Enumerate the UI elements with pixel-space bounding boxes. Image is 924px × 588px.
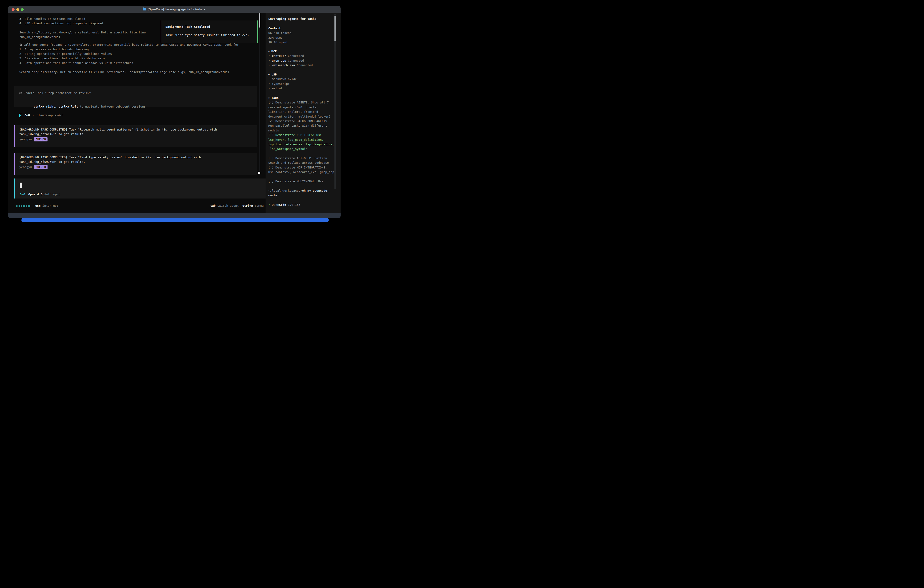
todo-line: lsp_find_references, lsp_diagnostics, — [268, 142, 335, 147]
main-scrollbar-thumb[interactable] — [259, 13, 260, 28]
todo-line: lsp_workspace_symbols — [268, 147, 335, 151]
spinner-dot-icon — [28, 205, 29, 207]
queued-badge: QUEUED — [34, 137, 48, 141]
notification-body: Task "Find type safety issues" finished … — [165, 33, 257, 37]
lsp-item-name: eslint — [272, 87, 283, 90]
oracle-keys: ctrl+x right, ctrl+x left — [34, 105, 78, 108]
sidebar-panel: Leveraging agents for tasks Context 66,5… — [266, 13, 341, 213]
notification-title: Background Task Completed — [165, 25, 257, 29]
app-version: 1.0.163 — [288, 203, 300, 206]
scrollback-line: 3. File handles or streams not closed — [19, 17, 146, 21]
status-dot-icon: • — [268, 203, 270, 206]
esc-key: esc — [35, 204, 40, 207]
background-task-message: [BACKGROUND TASK COMPLETED] Task "Find t… — [14, 153, 257, 175]
sidebar-workspace: ~/local-workspaces/oh-my-opencode: maste… — [268, 188, 335, 198]
todo-line: [ ] Demonstrate MULTIMODAL: Use — [268, 179, 335, 184]
lsp-item-name: typescript — [272, 82, 290, 86]
spinner-dot-icon — [19, 205, 20, 207]
todo-line: lsp_hover, lsp_goto_definition, — [268, 137, 335, 142]
scrollback-line: Search src/tools/, src/hooks/, src/featu… — [19, 30, 146, 35]
message-author-row: yeongyuQUEUED — [19, 165, 257, 169]
message-line: task_id="bg_dcfac161" to get results. — [19, 132, 257, 136]
mcp-heading: MCP — [271, 50, 277, 53]
context-spent: $0.46 spent — [268, 40, 335, 45]
todo-line: search and replace across codebase — [268, 160, 335, 165]
zoom-button[interactable] — [21, 8, 24, 11]
triangle-down-icon: ▼ — [268, 73, 270, 76]
window-title-text: [OpenCode] Leveraging agents for tasks — [148, 8, 203, 11]
lsp-item-name: markdown-oxide — [272, 77, 297, 81]
sidebar-version: • OpenCode 1.0.163 — [268, 203, 335, 207]
background-task-notification: Background Task Completed Task "Find typ… — [161, 20, 257, 43]
message-author: yeongyu — [19, 137, 32, 142]
tool-call-line: 4. Path operations that don't handle Win… — [19, 61, 239, 65]
bullet-icon: • — [268, 87, 270, 90]
spinner-dot-icon — [24, 205, 25, 207]
mcp-item-status: Connected — [288, 59, 304, 62]
half-circle-icon: ◐ — [204, 8, 206, 11]
tool-call-lines: 1. Array access without bounds checking2… — [19, 47, 239, 74]
oracle-target-icon — [19, 92, 22, 94]
composer-provider: Anthropic — [45, 192, 60, 197]
oracle-task-box: Oracle Task "Deep architecture review" c… — [14, 86, 257, 107]
todo-line: models — [268, 128, 335, 133]
prompt-input[interactable]: OmO Opus 4.5 Anthropic — [14, 178, 269, 198]
ctrlp-key: ctrl+p — [243, 203, 253, 208]
tool-call-line: Search src/ directory. Return specific f… — [19, 70, 239, 74]
mcp-item: • grep_app Connected — [268, 58, 335, 63]
composer-agent: OmO — [20, 192, 25, 197]
dock-indicator[interactable] — [21, 218, 329, 222]
message-line: [BACKGROUND TASK COMPLETED] Task "Find t… — [19, 155, 257, 160]
traffic-lights — [12, 6, 24, 13]
mcp-item-status: Connected — [288, 54, 304, 58]
spinner-dot-icon — [29, 205, 30, 207]
scrollback-line: 4. LSP client connections not properly d… — [19, 21, 146, 26]
spinner-dots — [16, 205, 30, 207]
context-used: 33% used — [268, 35, 335, 40]
agent-square-icon — [19, 114, 22, 117]
spacer — [239, 203, 243, 208]
sidebar-scrollbar-thumb[interactable] — [335, 16, 336, 41]
background-task-message: [BACKGROUND TASK COMPLETED] Task "Resear… — [14, 125, 257, 147]
window-bottom-edge — [8, 213, 341, 218]
composer-model-row: OmO Opus 4.5 Anthropic — [20, 192, 61, 197]
spinner-dot-icon — [21, 205, 22, 207]
mcp-item-status: Connected — [297, 63, 313, 67]
sidebar-todo-section: ▼ Todo [✓] Demonstrate AGENTS: Show all … — [268, 96, 335, 184]
todo-line: Run parallel tasks with different — [268, 124, 335, 128]
folder-icon — [143, 8, 146, 10]
scrollback-line: run_in_background=true] — [19, 35, 146, 39]
scroll-bottom-indicator[interactable] — [258, 172, 260, 174]
terminal-window: [OpenCode] Leveraging agents for tasks ◐… — [8, 6, 341, 218]
spinner-dot-icon — [16, 205, 17, 207]
spinner-dot-icon — [26, 205, 27, 207]
message-line: [BACKGROUND TASK COMPLETED] Task "Resear… — [19, 127, 257, 132]
scrollback-text: 3. File handles or streams not closed4. … — [19, 17, 146, 39]
title-bar[interactable]: [OpenCode] Leveraging agents for tasks ◐ — [8, 6, 341, 13]
app-name-bold: Code — [279, 203, 286, 206]
todo-section-header[interactable]: ▼ Todo — [268, 96, 335, 100]
tool-call-line: 1. Array access without bounds checking — [19, 47, 239, 51]
main-scrollbar-track[interactable] — [259, 13, 260, 175]
lsp-section-header[interactable]: ▼ LSP — [268, 72, 335, 77]
workspace-branch: master — [268, 193, 335, 198]
context-tokens: 66,518 tokens — [268, 31, 335, 35]
todo-lines: [✓] Demonstrate AGENTS: Show all 7curate… — [268, 100, 335, 184]
lsp-item: • eslint — [268, 86, 335, 91]
tool-call-block: call_omo_agent [subagent_type=explore, p… — [19, 43, 239, 74]
todo-line: [ ] Demonstrate LSP TOOLS: Use — [268, 133, 335, 137]
bullet-icon: • — [268, 54, 270, 58]
minimize-button[interactable] — [16, 8, 19, 11]
sidebar-session-title: Leveraging agents for tasks — [268, 17, 335, 21]
tool-call-head: call_omo_agent [subagent_type=explore, p… — [19, 43, 239, 47]
todo-line: curated agents (OmO, oracle, — [268, 105, 335, 110]
todo-line: librarian, explore, frontend, — [268, 110, 335, 114]
lsp-item: • markdown-oxide — [268, 77, 335, 81]
mcp-section-header[interactable]: ▼ MCP — [268, 49, 335, 54]
message-author-row: yeongyuQUEUED — [19, 137, 257, 142]
todo-line: [✓] Demonstrate BACKGROUND AGENTS: — [268, 119, 335, 124]
close-button[interactable] — [12, 8, 15, 11]
context-heading: Context — [268, 26, 335, 31]
todo-heading: Todo — [271, 96, 279, 99]
oracle-navigation-hint: ctrl+x right, ctrl+x left to navigate be… — [19, 100, 257, 104]
